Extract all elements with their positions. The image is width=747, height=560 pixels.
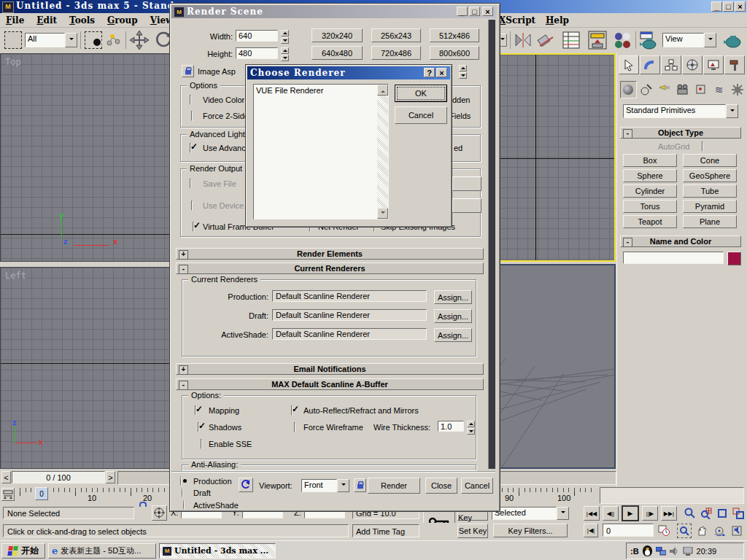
arc-rotate-icon[interactable] bbox=[712, 524, 727, 538]
swap-render-mode-icon[interactable] bbox=[239, 478, 253, 492]
plane-button[interactable]: Plane bbox=[683, 215, 737, 228]
material-editor-icon[interactable] bbox=[613, 31, 632, 50]
volume-icon[interactable] bbox=[670, 547, 679, 556]
rollup-scanline-renderer[interactable]: - MAX Default Scanline A-Buffer bbox=[176, 378, 484, 390]
object-color-swatch[interactable] bbox=[727, 252, 741, 265]
restore-button[interactable]: □ bbox=[723, 1, 734, 12]
zoom-extents-icon[interactable] bbox=[715, 506, 729, 521]
tab-create[interactable] bbox=[619, 55, 639, 74]
region-zoom-icon[interactable] bbox=[677, 524, 692, 538]
rollup-object-type[interactable]: - Object Type bbox=[620, 127, 741, 139]
close-button[interactable]: × bbox=[482, 7, 493, 16]
menu-edit[interactable]: Edit bbox=[36, 13, 57, 28]
quick-render-icon[interactable] bbox=[724, 32, 743, 50]
chevron-down-icon[interactable] bbox=[726, 104, 738, 118]
tube-button[interactable]: Tube bbox=[683, 184, 737, 198]
crossing-selection-icon[interactable] bbox=[85, 31, 102, 49]
shadows-checkbox[interactable] bbox=[198, 422, 199, 432]
tab-hierarchy[interactable] bbox=[661, 55, 681, 74]
production-assign-button[interactable]: Assign... bbox=[434, 290, 472, 304]
scroll-up-icon[interactable] bbox=[377, 85, 388, 96]
close-button[interactable]: × bbox=[436, 68, 447, 77]
chevron-down-icon[interactable] bbox=[704, 33, 716, 47]
height-field[interactable]: 480 bbox=[236, 47, 278, 59]
shapes-icon[interactable] bbox=[638, 81, 655, 98]
preset-512x486-button[interactable]: 512x486 bbox=[430, 28, 479, 42]
devices-button-fragment[interactable] bbox=[452, 198, 481, 213]
rollout-scrollbar[interactable] bbox=[488, 20, 495, 469]
help-button[interactable]: ? bbox=[424, 68, 435, 77]
preset-800x600-button[interactable]: 800x600 bbox=[430, 46, 479, 60]
current-frame-field[interactable]: 0 bbox=[603, 524, 654, 537]
open-minicurve-icon[interactable] bbox=[1, 488, 15, 501]
menu-tools[interactable]: Tools bbox=[69, 13, 95, 28]
timeline-prev-button[interactable]: < bbox=[1, 471, 11, 483]
close-button[interactable]: × bbox=[735, 1, 746, 12]
expand-icon[interactable]: + bbox=[179, 250, 188, 260]
chevron-down-icon[interactable] bbox=[557, 507, 569, 520]
preset-720x486-button[interactable]: 720x486 bbox=[371, 46, 421, 60]
key-mode-toggle-icon[interactable]: |◀| bbox=[584, 524, 598, 537]
width-field[interactable]: 640 bbox=[236, 30, 278, 42]
rollup-current-renderers[interactable]: - Current Renderers bbox=[176, 262, 484, 274]
draft-assign-button[interactable]: Assign... bbox=[434, 309, 472, 323]
preset-320x240-button[interactable]: 320x240 bbox=[311, 28, 363, 42]
save-file-checkbox[interactable] bbox=[190, 179, 191, 189]
tab-motion[interactable] bbox=[682, 55, 703, 74]
force-2-sided-checkbox[interactable] bbox=[191, 111, 193, 121]
mapping-checkbox[interactable] bbox=[195, 405, 196, 416]
maximize-button[interactable]: □ bbox=[469, 7, 480, 16]
taskbar-item-browser[interactable]: e 发表新主题 - 5D互动... bbox=[48, 543, 156, 559]
set-key-button[interactable]: Set Key bbox=[457, 524, 488, 538]
cone-button[interactable]: Cone bbox=[683, 154, 737, 167]
activeshade-radio[interactable] bbox=[183, 500, 185, 510]
wire-thickness-spinner[interactable] bbox=[467, 421, 475, 435]
layer-manager-icon[interactable] bbox=[562, 31, 581, 50]
space-warps-icon[interactable]: ≋ bbox=[711, 81, 727, 98]
sphere-button[interactable]: Sphere bbox=[623, 169, 677, 182]
snap-origin-icon[interactable] bbox=[152, 505, 167, 521]
selection-region-icon[interactable] bbox=[4, 31, 22, 49]
object-name-field[interactable] bbox=[623, 252, 724, 264]
image-aspect-lock-icon[interactable] bbox=[182, 65, 194, 77]
use-device-checkbox[interactable] bbox=[191, 201, 193, 211]
align-icon[interactable] bbox=[537, 31, 556, 49]
video-color-check-checkbox[interactable] bbox=[190, 95, 191, 105]
production-radio[interactable] bbox=[180, 476, 182, 486]
start-button[interactable]: 开始 bbox=[1, 543, 45, 559]
cancel-dialog-button[interactable]: Cancel bbox=[461, 478, 493, 494]
zoom-icon[interactable] bbox=[683, 506, 697, 521]
geosphere-button[interactable]: GeoSphere bbox=[683, 169, 737, 182]
expand-icon[interactable]: + bbox=[179, 365, 188, 375]
selection-filter-dropdown[interactable]: All bbox=[25, 33, 77, 47]
select-and-manipulate-icon[interactable] bbox=[105, 31, 123, 49]
height-spinner[interactable] bbox=[281, 47, 289, 61]
preset-256x243-button[interactable]: 256x243 bbox=[371, 28, 421, 42]
taskbar-item-3dsmax[interactable]: M Untitled - 3ds max ... bbox=[159, 543, 276, 559]
lights-icon[interactable] bbox=[657, 81, 673, 98]
ime-indicator[interactable]: :B bbox=[630, 547, 639, 556]
use-advanced-lighting-checkbox[interactable] bbox=[190, 143, 191, 153]
primitive-category-dropdown[interactable]: Standard Primitives bbox=[623, 104, 738, 118]
close-dialog-button[interactable]: Close bbox=[425, 478, 457, 494]
zoom-extents-all-icon[interactable] bbox=[731, 506, 746, 521]
box-button[interactable]: Box bbox=[623, 154, 677, 167]
minimize-button[interactable]: _ bbox=[711, 1, 722, 12]
systems-icon[interactable] bbox=[729, 81, 746, 98]
viewport-dropdown[interactable]: Front bbox=[301, 479, 349, 492]
tab-modify[interactable] bbox=[640, 55, 660, 74]
draft-radio[interactable] bbox=[182, 488, 183, 498]
play-icon[interactable]: ▶ bbox=[622, 505, 639, 521]
key-filters-button[interactable]: Key Filters... bbox=[493, 524, 568, 537]
renderer-list-item[interactable]: VUE File Renderer bbox=[256, 86, 323, 95]
geometry-icon[interactable] bbox=[620, 81, 637, 98]
width-spinner[interactable] bbox=[281, 30, 289, 44]
auto-reflect-checkbox[interactable] bbox=[291, 405, 293, 416]
renderer-listbox[interactable]: VUE File Renderer bbox=[253, 84, 389, 219]
scroll-down-icon[interactable] bbox=[377, 208, 388, 219]
autogrid-checkbox[interactable] bbox=[702, 141, 703, 152]
network-icon[interactable] bbox=[656, 547, 666, 556]
list-scrollbar[interactable] bbox=[377, 85, 388, 219]
curve-editor-icon[interactable] bbox=[588, 31, 607, 50]
pyramid-button[interactable]: Pyramid bbox=[683, 200, 737, 213]
